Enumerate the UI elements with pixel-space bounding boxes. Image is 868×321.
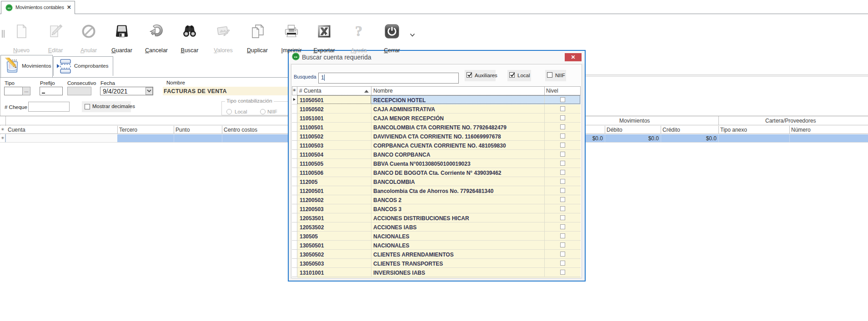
svg-text:?: ? <box>355 24 362 39</box>
